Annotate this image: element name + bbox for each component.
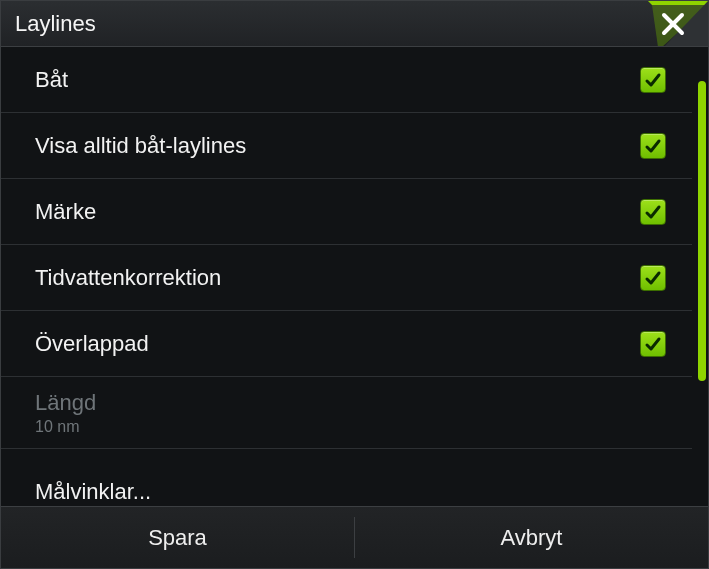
row-label: Visa alltid båt-laylines	[35, 133, 246, 159]
row-mark[interactable]: Märke	[1, 179, 692, 245]
row-label: Tidvattenkorrektion	[35, 265, 221, 291]
row-label: Överlappad	[35, 331, 149, 357]
check-icon	[644, 269, 662, 287]
row-label: Båt	[35, 67, 68, 93]
row-value: 10 nm	[35, 418, 79, 436]
checkbox-mark[interactable]	[640, 199, 666, 225]
scrollbar[interactable]	[698, 51, 706, 502]
checkbox-boat[interactable]	[640, 67, 666, 93]
check-icon	[644, 335, 662, 353]
checkbox-overlapped[interactable]	[640, 331, 666, 357]
check-icon	[644, 137, 662, 155]
check-icon	[644, 203, 662, 221]
settings-list: Båt Visa alltid båt-laylines Märke	[1, 47, 698, 506]
footer: Spara Avbryt	[1, 506, 708, 568]
row-boat[interactable]: Båt	[1, 47, 692, 113]
row-tide-correction[interactable]: Tidvattenkorrektion	[1, 245, 692, 311]
row-label: Målvinklar...	[35, 481, 151, 503]
row-label: Längd	[35, 390, 96, 416]
row-target-angles[interactable]: Målvinklar...	[1, 449, 692, 497]
window-title: Laylines	[15, 11, 96, 37]
titlebar: Laylines	[1, 1, 708, 47]
row-label: Märke	[35, 199, 96, 225]
checkbox-tide[interactable]	[640, 265, 666, 291]
row-length[interactable]: Längd 10 nm	[1, 377, 692, 449]
settings-body: Båt Visa alltid båt-laylines Märke	[1, 47, 708, 506]
close-icon	[660, 11, 686, 37]
scrollbar-thumb[interactable]	[698, 81, 706, 381]
close-button[interactable]	[648, 1, 698, 47]
checkbox-always-show[interactable]	[640, 133, 666, 159]
save-label: Spara	[148, 525, 207, 551]
row-overlapped[interactable]: Överlappad	[1, 311, 692, 377]
settings-window: Laylines Båt Visa allti	[0, 0, 709, 569]
cancel-label: Avbryt	[501, 525, 563, 551]
check-icon	[644, 71, 662, 89]
cancel-button[interactable]: Avbryt	[355, 507, 708, 568]
row-always-show-boat-laylines[interactable]: Visa alltid båt-laylines	[1, 113, 692, 179]
save-button[interactable]: Spara	[1, 507, 354, 568]
